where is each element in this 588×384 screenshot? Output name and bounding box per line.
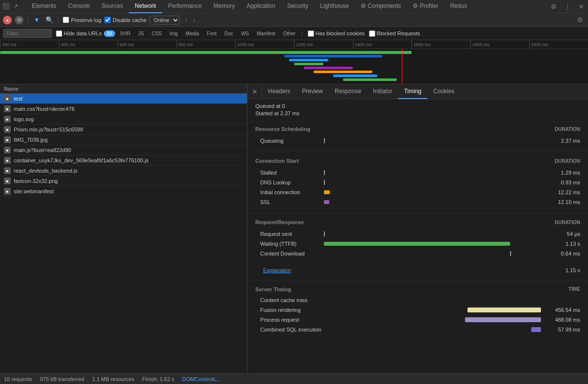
filter-icon[interactable]: ▼	[32, 15, 42, 25]
waterfall-1	[284, 55, 382, 57]
file-icon: ■	[4, 178, 11, 184]
toolbar-right: ⚙	[575, 15, 585, 25]
filter-chip-img[interactable]: Img	[167, 30, 181, 37]
devtools-icons: ⬛ ↗	[2, 2, 24, 10]
file-item-main-css[interactable]: ■ main.css?bust=decec476	[0, 104, 247, 114]
timing-tab-timing[interactable]: Timing	[398, 84, 427, 99]
tab-console[interactable]: Console	[62, 0, 96, 13]
filter-chip-font[interactable]: Font	[204, 30, 220, 37]
more-icon[interactable]: ⋮	[563, 1, 572, 11]
file-item-img[interactable]: ■ IMG_7039.jpg	[0, 135, 247, 145]
filter-chip-other[interactable]: Other	[280, 30, 298, 37]
file-item-logo-svg[interactable]: ■ logo.svg	[0, 114, 247, 125]
connection-start-header: Connection Start DURATION	[255, 158, 580, 164]
has-blocked-cookies-checkbox[interactable]: Has blocked cookies	[308, 30, 365, 37]
tab-application[interactable]: Application	[241, 0, 281, 13]
download-icon[interactable]: ↓	[193, 16, 196, 24]
record-button[interactable]: ●	[3, 16, 12, 25]
filter-chip-ws[interactable]: WS	[238, 30, 252, 37]
initial-connection-bar	[324, 190, 330, 194]
file-item-prism-js[interactable]: ■ Prism.min.js?bust=515c6598	[0, 125, 247, 135]
resources-size: 1.1 MB resources	[92, 376, 134, 382]
tick-1000: 1000 ms	[235, 40, 294, 49]
divider-1	[247, 152, 588, 152]
filter-chip-doc[interactable]: Doc	[221, 30, 236, 37]
tab-lighthouse[interactable]: Lighthouse	[314, 0, 355, 13]
cursor-icon[interactable]: ↗	[12, 2, 20, 10]
timing-tab-response[interactable]: Response	[329, 84, 367, 99]
tick-1200: 1200 ms	[294, 40, 353, 49]
settings-icon[interactable]: ⚙	[549, 1, 559, 11]
tab-memory[interactable]: Memory	[208, 0, 241, 13]
timeline-green-bar	[0, 51, 588, 54]
timing-tab-headers[interactable]: Headers	[262, 84, 296, 99]
started-at: Started at 2.37 ms	[255, 110, 580, 116]
tab-elements[interactable]: Elements	[26, 0, 62, 13]
queueing-bar-area	[324, 137, 541, 144]
process-bar	[465, 317, 541, 322]
server-row-process: Process request 488.08 ms	[255, 315, 580, 325]
close-icon[interactable]: ✕	[576, 1, 586, 11]
hide-data-urls-checkbox[interactable]: Hide data URLs	[56, 30, 102, 37]
tab-sources[interactable]: Sources	[96, 0, 129, 13]
ssl-bar	[324, 200, 329, 204]
tab-components[interactable]: ⚙ Components	[355, 0, 407, 13]
timeline-marker	[402, 49, 402, 84]
requests-count: 10 requests	[4, 376, 32, 382]
file-item-container-js[interactable]: ■ container_uuyk7Jkx_dev_569e5eaf6f1a6c5…	[0, 155, 247, 166]
file-item-main-js[interactable]: ■ main.js?bust=ea822d90	[0, 145, 247, 155]
divider-2	[247, 213, 588, 213]
file-list: Name ■ test ■ main.css?bust=decec476 ■ l…	[0, 84, 247, 373]
timing-close-button[interactable]: ✕	[247, 84, 262, 99]
timing-tab-preview[interactable]: Preview	[296, 84, 329, 99]
timing-tab-cookies[interactable]: Cookies	[427, 84, 460, 99]
file-icon: ■	[4, 126, 11, 133]
timeline-bars	[0, 49, 588, 84]
tab-security[interactable]: Security	[281, 0, 314, 13]
file-icon: ■	[4, 167, 11, 174]
fusion-bar	[467, 307, 541, 312]
ssl-bar-area	[324, 199, 541, 205]
timing-panel: ✕ Headers Preview Response Initiator Tim…	[247, 84, 588, 373]
search-icon[interactable]: 🔍	[45, 15, 54, 25]
dom-content-link[interactable]: DOMContentL...	[182, 376, 221, 382]
timing-tab-initiator[interactable]: Initiator	[367, 84, 398, 99]
tab-network[interactable]: Network	[129, 0, 162, 13]
filter-chip-js[interactable]: JS	[135, 30, 147, 37]
filter-chip-manifest[interactable]: Manifest	[254, 30, 278, 37]
finish-time: Finish: 1.62 s	[142, 376, 174, 382]
tab-profiler[interactable]: ⚙ Profiler	[407, 0, 444, 13]
throttle-select[interactable]: Online	[149, 16, 180, 25]
disable-cache-checkbox[interactable]: Disable cache	[104, 17, 147, 23]
content-download-tick	[510, 251, 511, 256]
filter-chip-xhr[interactable]: XHR	[117, 30, 133, 37]
timeline-ruler: 200 ms 400 ms 600 ms 800 ms 1000 ms 1200…	[0, 40, 588, 49]
fusion-bar-area	[324, 307, 541, 313]
stop-button[interactable]: ⊘	[15, 16, 24, 25]
upload-icon[interactable]: ↑	[185, 16, 188, 24]
timing-info: Queued at 0 Started at 2.37 ms	[247, 99, 588, 122]
timing-row-content-download: Content Download 0.64 ms	[255, 249, 580, 258]
file-item-test[interactable]: ■ test	[0, 94, 247, 104]
request-sent-tick	[324, 231, 325, 236]
explanation-link[interactable]: Explanation	[255, 264, 299, 276]
preserve-log-checkbox[interactable]: Preserve log	[63, 17, 101, 23]
file-item-react-devtools[interactable]: ■ react_devtools_backend.js	[0, 166, 247, 176]
filter-chip-all[interactable]: All	[104, 30, 115, 37]
server-row-cache-miss: Content cache miss	[255, 295, 580, 305]
settings-icon-2[interactable]: ⚙	[575, 15, 585, 25]
tab-redux[interactable]: Redux	[444, 0, 473, 13]
filter-chip-media[interactable]: Media	[183, 30, 202, 37]
filter-chip-css[interactable]: CSS	[149, 30, 165, 37]
tab-performance[interactable]: Performance	[162, 0, 208, 13]
tick-800: 800 ms	[176, 40, 235, 49]
tick-200: 200 ms	[0, 40, 59, 49]
file-item-webmanifest[interactable]: ■ site.webmanifest	[0, 186, 247, 197]
initial-connection-bar-area	[324, 189, 541, 196]
dock-icon[interactable]: ⬛	[2, 2, 10, 10]
blocked-requests-checkbox[interactable]: Blocked Requests	[369, 30, 420, 37]
file-icon: ■	[4, 157, 11, 164]
explanation-row: Explanation 1.15 s	[247, 262, 588, 278]
filter-input[interactable]	[3, 29, 52, 38]
file-item-favicon[interactable]: ■ favicon-32x32.png	[0, 176, 247, 186]
